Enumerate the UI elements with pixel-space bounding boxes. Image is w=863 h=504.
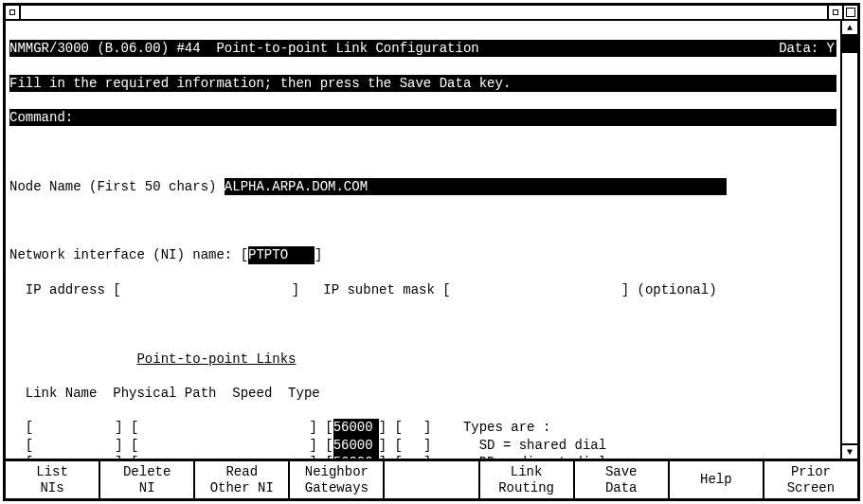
speed-field[interactable]: 56000 [333,419,379,436]
link-row: [] [] [56000] [] Types are : [9,419,836,436]
scroll-up-icon[interactable]: ▲ [842,21,857,36]
optional-label: (optional) [638,282,717,297]
command-line[interactable]: Command: [9,109,836,126]
col-phys-path: Physical Path [113,386,216,401]
ip-mask-label: IP subnet mask [323,282,435,297]
fkey-prior-screen[interactable]: PriorScreen [764,461,857,498]
scroll-down-icon[interactable]: ▼ [842,443,857,459]
col-speed: Speed [232,386,272,401]
data-flag: Y [827,41,835,56]
fkey-neighbor-gateways[interactable]: NeighborGateways [290,461,385,498]
window-max-icon[interactable] [842,6,857,19]
scroll-track[interactable] [842,36,857,443]
window-menu-icon[interactable] [6,6,21,19]
col-link-name: Link Name [26,386,98,401]
fkey-read-other-ni[interactable]: ReadOther NI [195,461,290,498]
speed-field[interactable]: 56000 [333,437,379,454]
window-min-icon[interactable] [827,6,842,19]
scroll-thumb[interactable] [842,36,857,53]
ni-name-field[interactable]: PTPTO [248,246,315,263]
screen-title: NMMGR/3000 (B.06.00) #44 Point-to-point … [9,41,479,56]
fkey-link-routing[interactable]: LinkRouting [480,461,575,498]
legend-line: Types are : [447,420,550,435]
fkey-blank [385,461,479,498]
legend-line: SD = shared dial [447,438,606,453]
ip-addr-label: IP address [26,282,105,297]
terminal-window: NMMGR/3000 (B.06.00) #44 Point-to-point … [3,3,860,501]
window-titlebar [6,6,857,21]
col-type: Type [288,386,320,401]
fkey-save-data[interactable]: SaveData [575,461,670,498]
instruction-line: Fill in the required information; then p… [9,75,836,92]
links-section-title: Point-to-point Links [136,351,296,367]
node-name-field[interactable]: ALPHA.ARPA.DOM.COM [225,178,727,195]
header-bar: NMMGR/3000 (B.06.00) #44 Point-to-point … [9,40,836,57]
link-row: [] [] [56000] [] SD = shared dial [9,437,836,454]
vertical-scrollbar[interactable]: ▲ ▼ [840,21,857,459]
screen-content: NMMGR/3000 (B.06.00) #44 Point-to-point … [6,21,840,459]
node-name-label: Node Name (First 50 chars) [9,179,216,194]
fkey-delete-ni[interactable]: DeleteNI [100,461,195,498]
fkey-help[interactable]: Help [670,461,764,498]
data-label: Data: [779,41,818,56]
fkey-list-nis[interactable]: ListNIs [6,461,100,498]
function-keys: ListNIs DeleteNI ReadOther NI NeighborGa… [6,459,857,498]
ni-label: Network interface (NI) name: [9,247,232,262]
